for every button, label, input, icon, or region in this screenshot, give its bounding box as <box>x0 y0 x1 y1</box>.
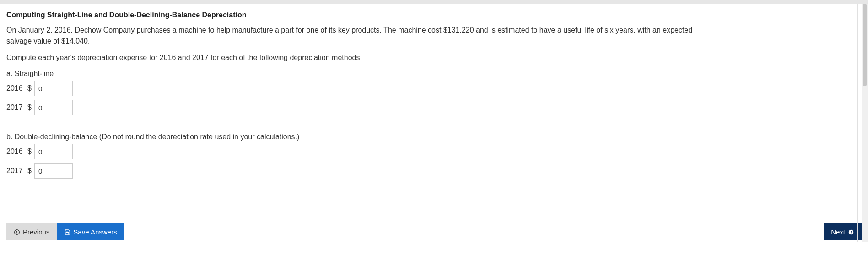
footer-left: Previous Save Answers <box>6 223 124 240</box>
section-a-2016-input[interactable] <box>34 81 73 96</box>
problem-area: Computing Straight-Line and Double-Decli… <box>0 4 700 196</box>
problem-title: Computing Straight-Line and Double-Decli… <box>6 11 694 19</box>
footer-nav: Previous Save Answers Next <box>0 223 868 242</box>
save-answers-button[interactable]: Save Answers <box>57 223 124 240</box>
year-label: 2017 <box>6 104 24 112</box>
previous-label: Previous <box>23 228 49 236</box>
year-label: 2016 <box>6 147 24 156</box>
problem-instruction: Compute each year's depreciation expense… <box>6 52 694 63</box>
section-b-row-2017: 2017 $ <box>6 163 694 179</box>
year-label: 2017 <box>6 167 24 175</box>
section-b-label: b. Double-declining-balance (Do not roun… <box>6 133 694 141</box>
top-bar <box>0 0 868 4</box>
content-wrapper: Computing Straight-Line and Double-Decli… <box>0 4 868 242</box>
year-label: 2016 <box>6 84 24 93</box>
currency-label: $ <box>27 167 32 175</box>
currency-label: $ <box>27 147 32 156</box>
section-b-2017-input[interactable] <box>34 163 73 179</box>
next-button[interactable]: Next <box>824 223 862 240</box>
chevron-right-circle-icon <box>848 229 854 235</box>
svg-point-0 <box>15 229 20 234</box>
section-b-2016-input[interactable] <box>34 144 73 159</box>
svg-point-1 <box>849 229 854 234</box>
previous-button[interactable]: Previous <box>6 223 57 240</box>
section-a-label: a. Straight-line <box>6 70 694 78</box>
chevron-left-circle-icon <box>14 229 20 235</box>
section-b-row-2016: 2016 $ <box>6 144 694 159</box>
section-a-2017-input[interactable] <box>34 100 73 115</box>
currency-label: $ <box>27 104 32 112</box>
section-a-row-2016: 2016 $ <box>6 81 694 96</box>
problem-description: On January 2, 2016, Dechow Company purch… <box>6 25 694 47</box>
currency-label: $ <box>27 84 32 93</box>
inner-border <box>857 4 858 242</box>
section-a-row-2017: 2017 $ <box>6 100 694 115</box>
scrollbar[interactable] <box>862 4 868 242</box>
save-icon <box>64 229 70 235</box>
save-label: Save Answers <box>73 228 117 236</box>
next-label: Next <box>831 228 845 236</box>
